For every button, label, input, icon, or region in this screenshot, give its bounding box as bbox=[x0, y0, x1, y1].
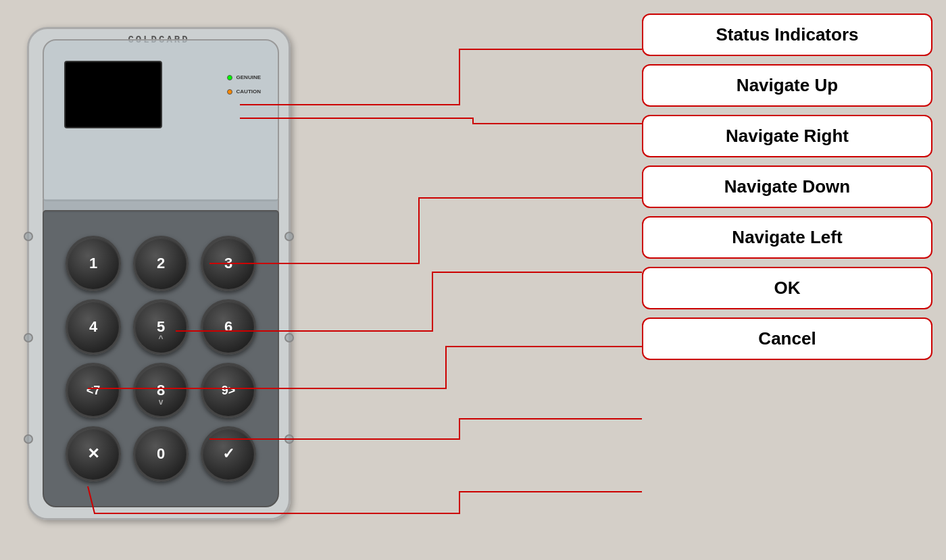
key-6[interactable]: 6 bbox=[201, 299, 256, 355]
label-cancel: Cancel bbox=[642, 317, 932, 360]
key-row-4: ✕ 0 ✓ bbox=[66, 426, 256, 482]
key-ok[interactable]: ✓ bbox=[201, 426, 256, 482]
key-cancel[interactable]: ✕ bbox=[66, 426, 121, 482]
key-1[interactable]: 1 bbox=[66, 236, 121, 291]
key-5[interactable]: 5 ^ bbox=[133, 299, 189, 355]
key-8-sub: v bbox=[159, 397, 164, 407]
device-screen bbox=[64, 61, 162, 128]
label-navigate-left: Navigate Left bbox=[642, 216, 932, 259]
key-row-2: 4 5 ^ 6 bbox=[66, 299, 256, 355]
caution-led bbox=[227, 89, 232, 95]
key-row-3: <7 8 v 9> bbox=[66, 363, 256, 418]
side-dot-left-bot bbox=[24, 434, 33, 444]
side-dot-left-top bbox=[24, 232, 33, 241]
key-3[interactable]: 3 bbox=[201, 236, 256, 291]
key-2[interactable]: 2 bbox=[133, 236, 189, 291]
status-leds-area: GENUINE CAUTION bbox=[227, 74, 261, 95]
side-dot-left-mid bbox=[24, 333, 33, 342]
side-dot-right-bot bbox=[284, 434, 294, 444]
coldcard-device: COLDCARD GENUINE CAUTION 1 bbox=[20, 20, 304, 534]
side-dot-right-mid bbox=[284, 333, 294, 342]
keypad-section: 1 2 3 4 5 ^ 6 <7 8 v 9> bbox=[43, 210, 279, 507]
side-dot-right-top bbox=[284, 232, 294, 241]
label-navigate-right: Navigate Right bbox=[642, 115, 932, 157]
labels-container: Status Indicators Navigate Up Navigate R… bbox=[642, 14, 932, 360]
key-9[interactable]: 9> bbox=[201, 363, 256, 418]
label-navigate-up: Navigate Up bbox=[642, 64, 932, 107]
key-8[interactable]: 8 v bbox=[133, 363, 189, 418]
key-7[interactable]: <7 bbox=[66, 363, 121, 418]
key-0[interactable]: 0 bbox=[133, 426, 189, 482]
caution-label: CAUTION bbox=[236, 88, 261, 95]
key-4[interactable]: 4 bbox=[66, 299, 121, 355]
genuine-led bbox=[227, 75, 232, 80]
label-navigate-down: Navigate Down bbox=[642, 166, 932, 208]
genuine-label: GENUINE bbox=[236, 74, 261, 80]
device-body: COLDCARD GENUINE CAUTION 1 bbox=[27, 27, 291, 520]
label-status-indicators: Status Indicators bbox=[642, 14, 932, 56]
device-lid: GENUINE CAUTION bbox=[43, 39, 279, 201]
label-ok: OK bbox=[642, 267, 932, 309]
key-5-sub: ^ bbox=[158, 334, 163, 343]
led-genuine: GENUINE bbox=[227, 74, 261, 80]
led-caution: CAUTION bbox=[227, 88, 261, 95]
key-row-1: 1 2 3 bbox=[66, 236, 256, 291]
